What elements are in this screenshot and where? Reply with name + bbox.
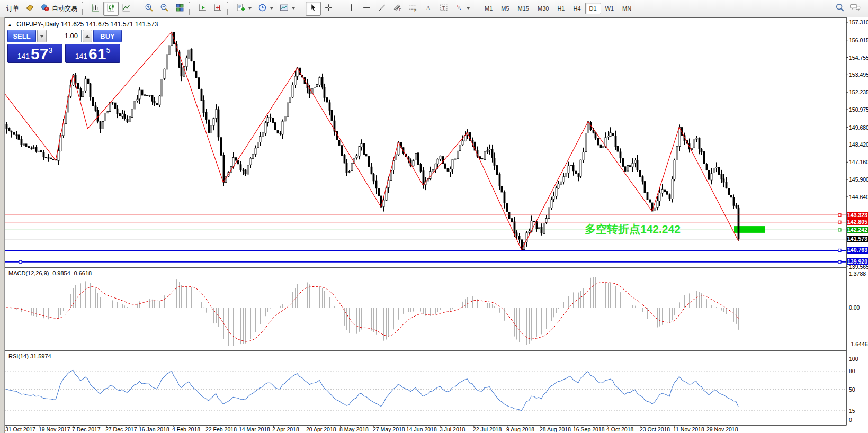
- line-chart-button[interactable]: [119, 2, 134, 16]
- search-icon[interactable]: [835, 3, 845, 14]
- bar-chart-button[interactable]: [88, 2, 103, 16]
- candle: [597, 138, 599, 145]
- candle: [472, 140, 473, 141]
- buy-price-sup: 5: [106, 47, 110, 54]
- templates-button[interactable]: [276, 2, 298, 16]
- auto-trading-button[interactable]: 自动交易: [38, 2, 80, 16]
- line-handle[interactable]: [838, 221, 841, 223]
- rsi-indicator-label: RSI(14) 31.5974: [8, 353, 51, 359]
- trendline-tool-button[interactable]: [374, 2, 390, 16]
- date-tick-label: 4 Feb 2018: [172, 426, 200, 432]
- candlestick-chart-button[interactable]: [103, 2, 119, 16]
- new-order-button[interactable]: 订单: [3, 2, 22, 16]
- candle: [114, 103, 116, 109]
- toolbar-separator: [475, 2, 479, 15]
- equidistant-channel-tool-button[interactable]: E: [390, 2, 405, 16]
- candle: [580, 160, 581, 176]
- candle: [164, 69, 165, 79]
- vertical-line-tool-button[interactable]: [344, 2, 359, 16]
- candle: [363, 143, 365, 155]
- periods-button[interactable]: [255, 2, 276, 16]
- volume-decrease-button[interactable]: [37, 30, 47, 42]
- candle: [191, 49, 192, 61]
- symbol-header: ▲ GBPJPY-,Daily 141.625 141.675 141.571 …: [7, 21, 158, 28]
- date-tick-label: 4 Oct 2018: [606, 426, 633, 432]
- candle: [223, 155, 225, 183]
- timeframe-h4[interactable]: H4: [569, 3, 585, 14]
- candle: [156, 104, 158, 105]
- timeframe-mn[interactable]: MN: [618, 3, 636, 14]
- volume-increase-button[interactable]: [83, 30, 92, 42]
- indicators-button[interactable]: [233, 2, 255, 16]
- candle: [144, 95, 146, 96]
- candle: [736, 205, 737, 207]
- candle: [654, 208, 656, 211]
- candle: [600, 145, 602, 148]
- zoom-out-button[interactable]: [157, 2, 172, 16]
- text-tool-button[interactable]: A: [420, 2, 436, 16]
- label-tool-button[interactable]: T: [436, 2, 451, 16]
- horizontal-line-icon: [362, 3, 371, 14]
- buy-quote[interactable]: 141 61 5: [65, 44, 120, 63]
- indicators-add-icon: [236, 3, 245, 14]
- candle: [11, 131, 12, 132]
- zoom-in-button[interactable]: [141, 2, 157, 16]
- candle: [454, 159, 456, 159]
- chart-shift-button[interactable]: [210, 2, 226, 16]
- gold-tag-icon-button[interactable]: [22, 2, 38, 16]
- buy-button[interactable]: BUY: [93, 30, 122, 42]
- candle: [726, 182, 727, 188]
- timeframe-d1[interactable]: D1: [585, 3, 601, 14]
- line-handle[interactable]: [838, 229, 841, 231]
- fibonacci-tool-button[interactable]: F: [405, 2, 420, 16]
- timeframe-w1[interactable]: W1: [601, 3, 619, 14]
- candle: [8, 128, 10, 130]
- chart-canvas[interactable]: [0, 0, 868, 433]
- candle: [85, 79, 86, 91]
- zigzag-line[interactable]: [0, 32, 738, 250]
- timeframe-m1[interactable]: M1: [480, 3, 497, 14]
- candle: [247, 165, 249, 174]
- timeframe-h1[interactable]: H1: [553, 3, 569, 14]
- candle: [624, 167, 626, 172]
- candle: [657, 201, 658, 208]
- timeframe-m15[interactable]: M15: [514, 3, 533, 14]
- arrows-tool-button[interactable]: [451, 2, 473, 16]
- svg-text:E: E: [399, 8, 401, 12]
- volume-input[interactable]: 1.00: [48, 30, 82, 42]
- tile-windows-button[interactable]: [172, 2, 187, 16]
- collapse-panel-icon[interactable]: ▲: [7, 22, 12, 28]
- candle: [432, 170, 434, 172]
- community-chat-icon[interactable]: [850, 3, 861, 14]
- candle: [287, 103, 289, 116]
- line-handle[interactable]: [19, 260, 22, 263]
- crosshair-tool-button[interactable]: [321, 2, 336, 16]
- timeframe-m5[interactable]: M5: [497, 3, 513, 14]
- candle: [31, 148, 32, 149]
- candle: [395, 155, 397, 160]
- candle: [563, 177, 565, 182]
- periods-caret-icon: [270, 7, 273, 10]
- candle: [146, 95, 148, 96]
- templates-caret-icon: [292, 7, 295, 10]
- candle: [50, 158, 52, 159]
- candle: [181, 68, 182, 76]
- candle: [331, 110, 333, 121]
- candle: [494, 158, 495, 166]
- candle: [514, 222, 515, 233]
- timeframe-m30[interactable]: M30: [533, 3, 553, 14]
- sell-quote[interactable]: 141 57 3: [7, 44, 62, 63]
- pivot-annotation-text[interactable]: 多空转折点142.242: [585, 222, 681, 237]
- auto-scroll-button[interactable]: [195, 2, 210, 16]
- horizontal-line-tool-button[interactable]: [359, 2, 374, 16]
- price-tick-label: 149.680: [849, 124, 868, 131]
- sell-button[interactable]: SELL: [7, 30, 36, 42]
- cursor-tool-button[interactable]: [306, 2, 321, 16]
- line-handle[interactable]: [838, 214, 841, 216]
- line-handle[interactable]: [838, 260, 841, 263]
- candle: [112, 103, 113, 103]
- candle: [346, 163, 347, 173]
- price-level-badge: 141.573: [847, 236, 868, 242]
- line-handle[interactable]: [838, 249, 841, 251]
- candle: [341, 146, 343, 156]
